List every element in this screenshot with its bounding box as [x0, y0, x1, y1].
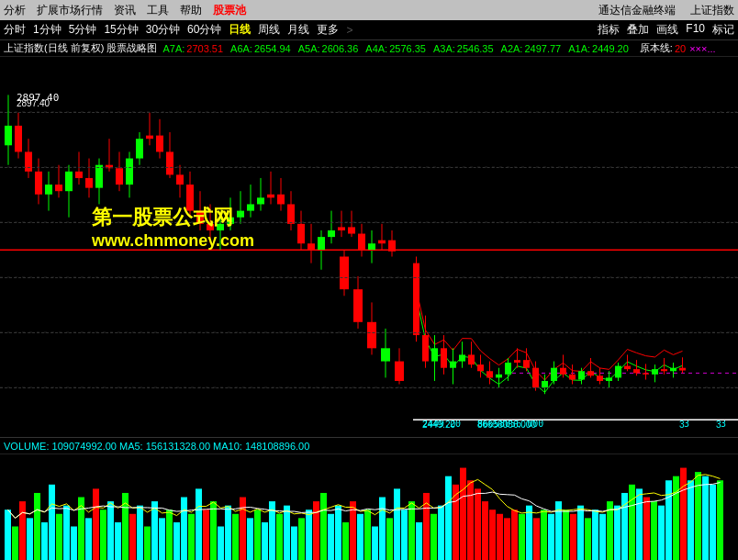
menu-tools[interactable]: 工具 [147, 3, 169, 18]
tb-mark[interactable]: 标记 [712, 22, 734, 38]
val-a7a: 2703.51 [186, 43, 223, 54]
tb-fenshi[interactable]: 分时 [4, 22, 26, 38]
tb-5min[interactable]: 5分钟 [69, 22, 97, 38]
extra-val: ×××... [689, 43, 715, 54]
grid-line-4 [0, 277, 738, 278]
original-val: 20 [675, 43, 686, 54]
chart-title: 上证指数(日线 前复权) 股票战略图 [4, 41, 157, 55]
price-top: 2897.40 [17, 98, 50, 108]
val-a2a: 2497.77 [524, 43, 561, 54]
tb-30min[interactable]: 30分钟 [146, 22, 180, 38]
toolbar: 分时 1分钟 5分钟 15分钟 30分钟 60分钟 日线 周线 月线 更多 > … [0, 20, 738, 40]
grid-line-2 [0, 167, 738, 168]
price-bottom: 2449.20 [422, 420, 455, 430]
menu-stock-pool[interactable]: 股票池 [213, 3, 246, 18]
menu-info[interactable]: 资讯 [114, 3, 136, 18]
menu-market[interactable]: 扩展市场行情 [37, 3, 103, 18]
tb-f10[interactable]: F10 [686, 22, 705, 38]
tb-overlay[interactable]: 叠加 [627, 22, 649, 38]
val-a4a: 2576.35 [389, 43, 426, 54]
label-a7a: A7A: [162, 43, 184, 54]
main-chart: 2897.40 2449.20 86658056.000 3 3 第一股票公式网… [0, 57, 738, 438]
grid-line-5 [0, 332, 738, 333]
label-a6a: A6A: [230, 43, 252, 54]
volume-text: VOLUME: 109074992.00 MA5: 156131328.00 M… [4, 441, 309, 452]
tb-weekly[interactable]: 周线 [258, 22, 280, 38]
support-line [413, 420, 738, 420]
label-a2a: A2A: [501, 43, 523, 54]
tb-separator: > [346, 24, 352, 37]
candlestick-chart [0, 57, 738, 438]
right-menu: 通达信金融终端 上证指数 [598, 3, 734, 18]
tb-indicator[interactable]: 指标 [598, 22, 620, 38]
tb-1min[interactable]: 1分钟 [33, 22, 62, 38]
tb-60min[interactable]: 60分钟 [187, 22, 221, 38]
tb-more[interactable]: 更多 [317, 22, 339, 38]
original-label: 原本线: [640, 41, 673, 55]
label-a1a: A1A: [568, 43, 590, 54]
label-a3a: A3A: [433, 43, 455, 54]
grid-line-3 [0, 222, 738, 223]
label-a5a: A5A: [298, 43, 320, 54]
tb-15min[interactable]: 15分钟 [104, 22, 138, 38]
grid-line-1 [0, 112, 738, 113]
data-bar: 上证指数(日线 前复权) 股票战略图 A7A:2703.51 A6A:2654.… [0, 40, 738, 57]
right-toolbar: 指标 叠加 画线 F10 标记 [598, 22, 734, 38]
val-a5a: 2606.36 [322, 43, 359, 54]
volume-label: 86658056.000 [477, 420, 536, 430]
top-menu-bar: 分析 扩展市场行情 资讯 工具 帮助 股票池 通达信金融终端 上证指数 [0, 0, 738, 20]
volume-info-bar: VOLUME: 109074992.00 MA5: 156131328.00 M… [0, 438, 738, 454]
price-level3: 3 [679, 420, 685, 430]
menu-help[interactable]: 帮助 [180, 3, 202, 18]
resistance-line [0, 250, 738, 251]
grid-line-6 [0, 387, 738, 388]
val-a1a: 2449.20 [592, 43, 629, 54]
menu-index[interactable]: 上证指数 [690, 3, 734, 18]
label-a4a: A4A: [365, 43, 387, 54]
price-level4: 3 [716, 420, 721, 430]
tb-draw[interactable]: 画线 [656, 22, 678, 38]
val-a6a: 2654.94 [254, 43, 291, 54]
tb-daily[interactable]: 日线 [229, 22, 251, 38]
volume-canvas [0, 454, 738, 560]
tb-monthly[interactable]: 月线 [287, 22, 309, 38]
menu-analyze[interactable]: 分析 [4, 3, 26, 18]
val-a3a: 2546.35 [457, 43, 494, 54]
menu-terminal[interactable]: 通达信金融终端 [598, 3, 676, 18]
volume-chart [0, 454, 738, 560]
